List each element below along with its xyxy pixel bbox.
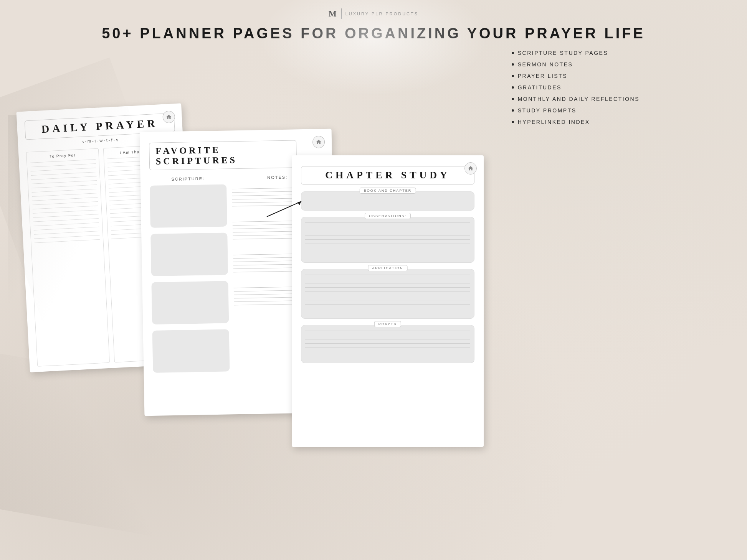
arrow-svg [263, 198, 309, 221]
application-box [301, 269, 474, 319]
prayer-line [33, 206, 98, 209]
scripture-box-2 [150, 232, 228, 276]
observations-box [301, 217, 474, 263]
prayer-line [33, 222, 99, 226]
scripture-box-1 [150, 184, 227, 227]
prayer-line [32, 197, 98, 201]
prayer-section-box [301, 325, 474, 363]
scripture-box-3 [151, 281, 229, 324]
prayer-col-1: To Pray For [26, 148, 110, 367]
page-header: M LUXURY PLR PRODUCTS 50+ PLANNER PAGES … [0, 0, 747, 42]
arrow-annotation [263, 198, 309, 222]
bullet-3 [512, 75, 514, 77]
prayer-line [32, 193, 98, 197]
home-icon-scriptures [316, 139, 322, 145]
chapter-title-box: CHAPTER STUDY [301, 166, 474, 184]
prayer-col-1-header: To Pray For [30, 152, 95, 160]
prayer-line [31, 168, 96, 171]
prayer-line [34, 227, 99, 231]
application-section: APPLICATION [301, 269, 474, 319]
home-icon-circle-chapter[interactable] [464, 162, 477, 175]
book-chapter-label: BOOK AND CHAPTER [360, 188, 416, 194]
observations-section: OBSERVATIONS: [301, 217, 474, 263]
prayer-line [32, 189, 98, 193]
observations-lines [305, 221, 470, 248]
observations-label: OBSERVATIONS: [365, 213, 411, 219]
scripture-box-4 [152, 329, 230, 372]
prayer-line [31, 176, 97, 180]
bullet-2 [512, 63, 514, 66]
prayer-section-label: PRAYER [374, 321, 401, 327]
feature-item-2: SERMON NOTES [512, 61, 640, 68]
prayer-line [31, 180, 97, 184]
planner-pages-area: DAILY PRAYER s-m-t-w-t-f-s To Pray For [23, 84, 724, 545]
scriptures-title-box: FAVORITE SCRIPTURES [149, 140, 297, 170]
prayer-line [34, 235, 100, 239]
prayer-line [34, 239, 100, 243]
feature-item-1: SCRIPTURE STUDY PAGES [512, 50, 640, 56]
feature-label-2: SERMON NOTES [518, 61, 573, 68]
prayer-lines-1 [30, 159, 100, 243]
home-icon-prayer [165, 114, 172, 120]
logo-area: M LUXURY PLR PRODUCTS [0, 8, 747, 19]
svg-marker-1 [297, 201, 301, 205]
logo-letter: M [329, 9, 337, 19]
logo-divider [341, 8, 342, 19]
feature-label-1: SCRIPTURE STUDY PAGES [518, 50, 608, 56]
home-icon-chapter [468, 165, 474, 171]
application-lines [305, 273, 470, 305]
scriptures-title: FAVORITE SCRIPTURES [155, 144, 290, 167]
main-title: 50+ PLANNER PAGES FOR ORGANIZING YOUR PR… [0, 25, 747, 42]
prayer-line [33, 218, 99, 222]
scripture-col-label: SCRIPTURE: [150, 176, 226, 181]
prayer-section-lines [305, 329, 470, 348]
page-container: M LUXURY PLR PRODUCTS 50+ PLANNER PAGES … [0, 0, 747, 560]
prayer-line [31, 172, 96, 176]
svg-line-0 [267, 201, 301, 217]
feature-item-3: PRAYER LISTS [512, 73, 640, 79]
prayer-line [31, 184, 97, 188]
feature-label-3: PRAYER LISTS [518, 73, 567, 79]
prayer-line [34, 231, 99, 235]
prayer-line [33, 214, 99, 218]
prayer-line [32, 201, 98, 205]
prayer-line [30, 163, 96, 167]
application-label: APPLICATION [368, 265, 408, 271]
chapter-study-page: CHAPTER STUDY BOOK AND CHAPTER OBSERVATI… [292, 155, 484, 447]
book-chapter-box [301, 191, 474, 211]
prayer-section: PRAYER [301, 325, 474, 363]
scripture-col-left: SCRIPTURE: [150, 176, 231, 422]
book-chapter-section: BOOK AND CHAPTER [301, 191, 474, 211]
prayer-line [33, 210, 98, 214]
chapter-study-title: CHAPTER STUDY [309, 170, 466, 181]
home-icon-circle-scriptures[interactable] [312, 136, 325, 148]
bullet-1 [512, 52, 514, 54]
prayer-line [30, 159, 96, 163]
logo-tagline: LUXURY PLR PRODUCTS [345, 12, 418, 16]
